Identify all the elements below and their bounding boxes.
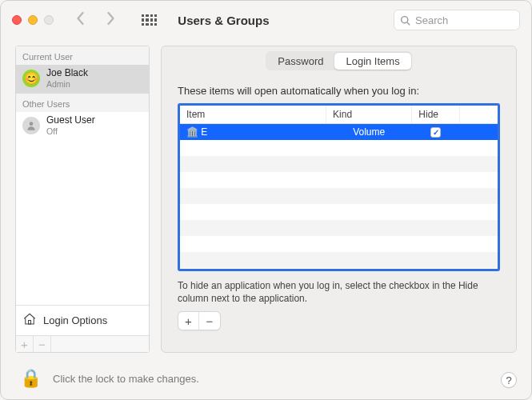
users-sidebar: Current User 😊 Joe Black Admin Other Use… <box>15 46 150 353</box>
user-status: Off <box>46 126 95 136</box>
login-items-intro: These items will open automatically when… <box>178 85 500 97</box>
search-icon <box>400 15 410 26</box>
footer: 🔒 Click the lock to make changes. <box>1 358 531 399</box>
minimize-icon[interactable] <box>28 15 38 25</box>
avatar-icon <box>22 117 40 134</box>
tab-password[interactable]: Password <box>266 53 334 70</box>
login-options-button[interactable]: Login Options <box>16 305 149 335</box>
col-item[interactable]: Item <box>180 106 326 124</box>
table-row <box>180 204 498 220</box>
volume-icon: 🏛️ <box>186 126 198 138</box>
col-hide[interactable]: Hide <box>412 106 460 124</box>
table-row <box>180 236 498 252</box>
avatar-icon: 😊 <box>22 70 40 87</box>
sidebar-user-joe-black[interactable]: 😊 Joe Black Admin <box>16 65 149 94</box>
login-options-label: Login Options <box>43 314 107 326</box>
detail-panel: Password Login Items These items will op… <box>161 46 517 353</box>
user-name: Joe Black <box>46 68 88 79</box>
nav-controls <box>76 10 116 30</box>
sidebar-section-current: Current User <box>16 46 149 65</box>
help-button[interactable]: ? <box>501 372 517 388</box>
tab-login-items[interactable]: Login Items <box>334 53 410 70</box>
user-name: Guest User <box>46 115 95 126</box>
search-input[interactable]: Search <box>394 10 520 30</box>
search-placeholder: Search <box>415 14 448 26</box>
item-name: E <box>201 126 207 138</box>
user-info: Joe Black Admin <box>46 68 88 89</box>
panel-tabs: Password Login Items <box>162 51 516 70</box>
table-row <box>180 172 498 188</box>
user-info: Guest User Off <box>46 115 95 136</box>
svg-point-0 <box>402 16 408 22</box>
title-bar: Users & Groups Search <box>1 1 531 39</box>
sidebar-add-remove: + − <box>16 335 149 352</box>
hide-checkbox[interactable]: ✓ <box>430 127 441 138</box>
table-row <box>180 156 498 172</box>
maximize-icon <box>44 15 54 25</box>
svg-point-2 <box>30 122 34 126</box>
remove-user-button[interactable]: − <box>34 336 51 352</box>
sidebar-section-other: Other Users <box>16 94 149 112</box>
col-kind[interactable]: Kind <box>326 106 412 124</box>
hide-hint-text: To hide an application when you log in, … <box>178 279 500 305</box>
house-icon <box>22 312 37 329</box>
lock-text: Click the lock to make changes. <box>53 373 199 385</box>
items-add-remove: + − <box>178 311 221 330</box>
table-row[interactable]: 🏛️ E Volume ✓ <box>180 124 498 140</box>
back-icon[interactable] <box>76 10 86 30</box>
apps-grid-icon[interactable] <box>142 14 157 26</box>
forward-icon[interactable] <box>106 10 116 30</box>
lock-icon[interactable]: 🔒 <box>20 368 42 389</box>
table-row <box>180 252 498 268</box>
content-area: Current User 😊 Joe Black Admin Other Use… <box>1 39 531 353</box>
add-item-button[interactable]: + <box>178 312 199 330</box>
close-icon[interactable] <box>12 15 22 25</box>
add-user-button[interactable]: + <box>16 336 34 352</box>
table-row <box>180 140 498 156</box>
table-row <box>180 220 498 236</box>
window-title: Users & Groups <box>178 14 269 27</box>
login-items-table[interactable]: Item Kind Hide 🏛️ E Volume ✓ <box>178 103 500 271</box>
svg-line-1 <box>407 22 410 24</box>
remove-item-button[interactable]: − <box>199 312 220 330</box>
user-role: Admin <box>46 79 88 89</box>
sidebar-user-guest[interactable]: Guest User Off <box>16 112 149 141</box>
item-kind: Volume <box>326 124 412 140</box>
svg-rect-3 <box>29 321 31 325</box>
window-controls <box>12 15 54 25</box>
table-header-row: Item Kind Hide <box>180 106 498 124</box>
table-row <box>180 188 498 204</box>
